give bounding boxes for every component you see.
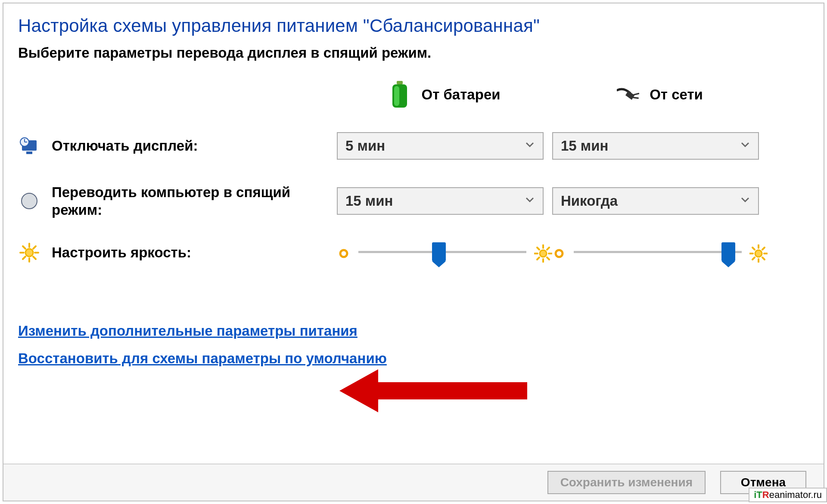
display-off-ac-select[interactable]: 15 мин: [552, 132, 759, 160]
sleep-ac-select[interactable]: Никогда: [552, 187, 759, 215]
restore-defaults-link[interactable]: Восстановить для схемы параметры по умол…: [18, 350, 387, 367]
chevron-down-icon: [525, 139, 535, 153]
page-subtitle: Выберите параметры перевода дисплея в сп…: [18, 45, 809, 61]
svg-line-27: [547, 247, 549, 250]
brightness-battery-slider[interactable]: [337, 243, 552, 263]
column-header-battery-label: От батареи: [421, 87, 500, 103]
sun-low-icon: [337, 247, 351, 260]
chevron-down-icon: [740, 194, 750, 208]
sun-high-icon: [534, 244, 552, 263]
svg-line-26: [547, 257, 549, 260]
display-off-ac-value: 15 мин: [561, 138, 609, 154]
row-brightness-label: Настроить яркость:: [52, 244, 191, 261]
sun-low-icon: [552, 247, 566, 260]
svg-rect-2: [394, 86, 399, 106]
save-button-label: Сохранить изменения: [560, 476, 693, 489]
brightness-icon: [18, 243, 40, 263]
sun-high-icon: [749, 244, 768, 263]
svg-point-30: [556, 250, 563, 257]
slider-track[interactable]: [574, 245, 742, 262]
svg-line-35: [752, 247, 755, 250]
svg-line-38: [752, 257, 755, 260]
svg-line-18: [23, 257, 25, 259]
svg-point-10: [22, 193, 37, 209]
svg-line-17: [33, 246, 36, 249]
advanced-settings-link[interactable]: Изменить дополнительные параметры питани…: [18, 323, 358, 339]
settings-grid: От батареи От сети: [18, 81, 809, 263]
links-block: Изменить дополнительные параметры питани…: [18, 323, 809, 378]
slider-thumb[interactable]: [721, 242, 735, 261]
chevron-down-icon: [525, 194, 535, 208]
chevron-down-icon: [740, 139, 750, 153]
content-area: Настройка схемы управления питанием "Сба…: [3, 3, 824, 464]
save-button: Сохранить изменения: [547, 471, 706, 494]
column-header-battery: От батареи: [337, 81, 552, 108]
moon-icon: [18, 192, 40, 210]
display-off-battery-select[interactable]: 5 мин: [337, 132, 544, 160]
svg-line-25: [537, 247, 539, 250]
row-sleep: Переводить компьютер в спящий режим:: [18, 183, 337, 219]
page-title: Настройка схемы управления питанием "Сба…: [18, 15, 809, 36]
row-brightness: Настроить яркость:: [18, 243, 337, 263]
svg-line-37: [762, 247, 765, 250]
row-display-off-label: Отключать дисплей:: [52, 138, 198, 154]
plug-icon: [617, 83, 639, 107]
sleep-ac-value: Никогда: [561, 193, 618, 209]
svg-line-15: [23, 246, 25, 249]
svg-point-20: [340, 250, 347, 257]
watermark: iTReanimator.ru: [749, 488, 827, 502]
svg-line-28: [537, 257, 539, 260]
slider-track[interactable]: [358, 245, 526, 262]
svg-line-36: [762, 257, 765, 260]
svg-rect-6: [26, 152, 32, 154]
sleep-battery-select[interactable]: 15 мин: [337, 187, 544, 215]
svg-point-19: [25, 249, 33, 257]
column-header-ac: От сети: [552, 83, 768, 107]
svg-point-39: [755, 250, 762, 257]
row-display-off: Отключать дисплей:: [18, 136, 337, 156]
row-sleep-label: Переводить компьютер в спящий режим:: [52, 183, 314, 219]
battery-icon: [389, 81, 411, 108]
brightness-ac-slider[interactable]: [552, 243, 768, 263]
svg-rect-0: [397, 81, 403, 84]
slider-thumb[interactable]: [432, 242, 446, 261]
monitor-clock-icon: [18, 136, 40, 156]
svg-line-4: [634, 98, 638, 98]
footer-bar: Сохранить изменения Отмена: [3, 464, 824, 501]
svg-line-3: [634, 93, 639, 95]
sleep-battery-value: 15 мин: [345, 193, 393, 209]
svg-point-29: [540, 250, 547, 257]
column-header-ac-label: От сети: [650, 87, 703, 103]
svg-line-16: [33, 257, 36, 259]
display-off-battery-value: 5 мин: [345, 138, 385, 154]
